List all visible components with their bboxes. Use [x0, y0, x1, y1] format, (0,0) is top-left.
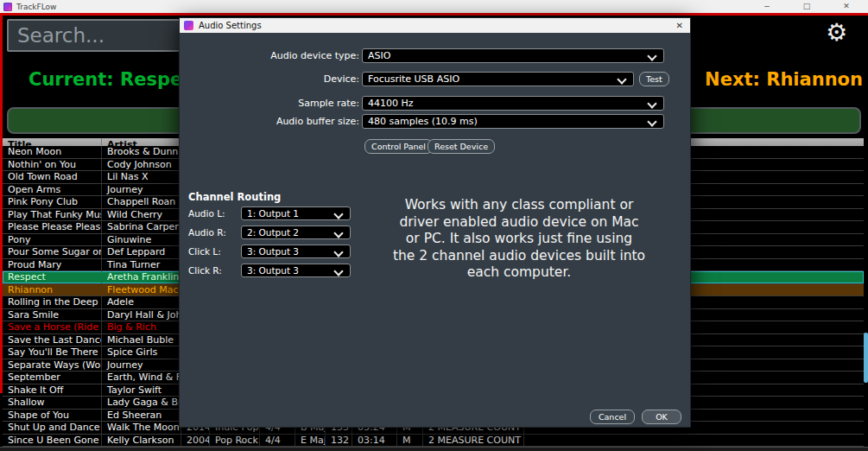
cell-artist: Wild Cherry [102, 209, 181, 221]
test-button[interactable]: Test [639, 72, 669, 86]
cell-title: Shake It Off [3, 384, 102, 397]
audio-l-label: Audio L: [188, 208, 225, 219]
cell-title: Play That Funky Music [3, 209, 102, 221]
chevron-down-icon [333, 247, 343, 257]
cell-title: Sara Smile [3, 309, 102, 321]
cell-count_in: 2 MEASURE COUNT IN [423, 435, 524, 447]
maximize-icon[interactable]: □ [787, 0, 827, 13]
minimize-icon[interactable]: − [747, 0, 787, 13]
cell-title: Pink Pony Club [3, 196, 102, 208]
cell-title: Save a Horse (Ride a Cowb... [3, 321, 102, 333]
click-r-select[interactable]: 3: Output 3 [241, 264, 351, 277]
cell-artist: Fleetwood Mac [102, 284, 181, 296]
cell-title: Neon Moon [3, 146, 102, 158]
cell-title: Pour Some Sugar on Me [3, 246, 102, 258]
cell-pad [524, 435, 864, 447]
chevron-down-icon [333, 209, 343, 219]
gear-icon[interactable]: ⚙ [826, 21, 847, 45]
click-l-label: Click L: [188, 246, 221, 257]
click-r-value: 3: Output 3 [247, 265, 299, 276]
current-track-label: Current: Respect [29, 69, 202, 90]
cell-flag: M [397, 435, 423, 447]
cell-title: Open Arms [3, 184, 102, 196]
compatibility-info-text: Works with any class compliant or driver… [361, 197, 677, 282]
focus-border-left [0, 16, 3, 393]
cell-artist: Daryl Hall & John O... [102, 309, 181, 321]
cell-time_sig: 4/4 [260, 435, 295, 447]
cell-key: E Major [295, 435, 326, 447]
cell-artist: Aretha Franklin [102, 271, 181, 283]
close-icon[interactable]: ✕ [827, 0, 866, 13]
cell-length: 03:14 [352, 435, 397, 447]
audio-device-type-label: Audio device type: [180, 50, 359, 61]
cell-bpm: 132 [326, 435, 352, 447]
cell-artist: Earth, Wind & Fire [102, 372, 181, 384]
audio-l-value: 1: Output 1 [247, 208, 299, 219]
cell-title: Rolling in the Deep [3, 296, 102, 308]
sample-rate-value: 44100 Hz [368, 98, 414, 109]
audio-settings-dialog: Audio Settings ✕ Audio device type: ASIO… [179, 17, 691, 428]
cell-artist: Sabrina Carpenter [102, 221, 181, 233]
control-panel-button[interactable]: Control Panel [364, 139, 433, 154]
cell-title: Old Town Road [3, 171, 102, 183]
sample-rate-select[interactable]: 44100 Hz [362, 96, 664, 111]
chevron-down-icon [647, 98, 656, 108]
audio-r-select[interactable]: 2: Output 2 [241, 226, 351, 239]
cell-artist: Tina Turner [102, 259, 181, 271]
window-bottom-edge [0, 447, 868, 451]
cell-artist: Cody Johnson [102, 159, 181, 171]
next-track-label: Next: Rhiannon [705, 69, 863, 90]
cell-title: Please Please Please [3, 221, 102, 233]
chevron-down-icon [333, 266, 343, 276]
window-titlebar: TrackFLow − □ ✕ [0, 0, 868, 13]
sample-rate-label: Sample rate: [180, 98, 359, 109]
cell-title: Since U Been Gone [3, 435, 102, 447]
cell-artist: Spice Girls [102, 346, 181, 359]
cell-artist: Chappell Roan [102, 196, 181, 208]
cell-title: Save the Last Dance for Me [3, 334, 102, 346]
cell-title: Shape of You [3, 410, 102, 422]
cell-artist: Michael Buble [102, 334, 181, 346]
audio-device-type-value: ASIO [368, 50, 390, 61]
scrollbar-thumb[interactable] [864, 333, 868, 383]
cell-title: Nothin' on You [3, 159, 102, 171]
device-value: Focusrite USB ASIO [368, 73, 459, 85]
cell-artist: Adele [102, 296, 181, 308]
cell-title: Shallow [3, 397, 102, 409]
cell-artist: Ed Sheeran [102, 410, 181, 422]
cell-artist: Journey [102, 359, 181, 372]
cell-title: Proud Mary [3, 259, 102, 271]
cell-title: Say You'll Be There [3, 346, 102, 359]
cancel-button[interactable]: Cancel [590, 410, 635, 424]
cell-artist: Taylor Swift [102, 384, 181, 397]
reset-device-button[interactable]: Reset Device [428, 139, 495, 154]
click-l-select[interactable]: 3: Output 3 [241, 245, 351, 258]
cell-artist: Brooks & Dunn [102, 146, 181, 158]
cell-title: September [3, 372, 102, 384]
cell-year: 2004 [181, 435, 210, 447]
audio-l-select[interactable]: 1: Output 1 [241, 206, 351, 220]
audio-device-type-select[interactable]: ASIO [362, 48, 664, 63]
dialog-titlebar[interactable]: Audio Settings ✕ [180, 18, 690, 33]
buffer-size-select[interactable]: 480 samples (10.9 ms) [362, 114, 664, 129]
chevron-down-icon [333, 228, 343, 238]
window-title: TrackFLow [16, 3, 56, 11]
table-row[interactable]: Since U Been GoneKelly Clarkson2004Pop R… [3, 435, 864, 448]
cell-title: Shut Up and Dance [3, 422, 102, 434]
chevron-down-icon [647, 117, 656, 126]
audio-r-value: 2: Output 2 [247, 227, 299, 238]
dialog-title: Audio Settings [199, 21, 262, 30]
window-controls: − □ ✕ [747, 0, 866, 13]
buffer-size-label: Audio buffer size: [180, 116, 359, 127]
device-select[interactable]: Focusrite USB ASIO [362, 72, 634, 86]
cell-artist: Lil Nas X [102, 171, 181, 183]
dialog-close-icon[interactable]: ✕ [676, 20, 683, 32]
device-label: Device: [180, 73, 359, 85]
ok-button[interactable]: OK [642, 410, 681, 424]
app-icon [3, 3, 12, 11]
focus-border-top [0, 13, 868, 16]
cell-title: Separate Ways (Worlds Ap... [3, 359, 102, 372]
cell-artist: Journey [102, 184, 181, 196]
cell-artist: Big & Rich [102, 321, 181, 333]
buffer-size-value: 480 samples (10.9 ms) [368, 116, 478, 127]
